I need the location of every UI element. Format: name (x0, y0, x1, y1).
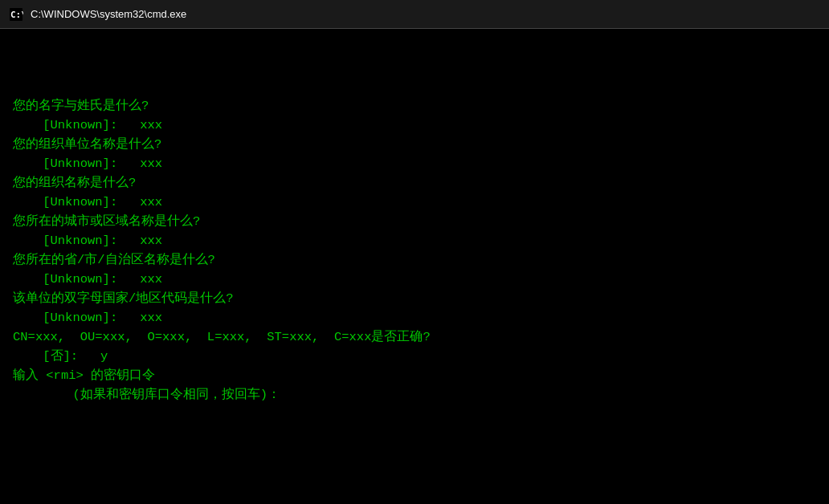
terminal-line: 输入 <rmi> 的密钥口令 (13, 366, 816, 385)
terminal-line: [Unknown]: xxx (13, 308, 816, 327)
terminal-line: 您的组织名称是什么? (13, 173, 816, 193)
cmd-window: C:\ C:\WINDOWS\system32\cmd.exe 您的名字与姓氏是… (0, 0, 829, 504)
terminal-line: [Unknown]: xxx (13, 116, 816, 135)
title-bar: C:\ C:\WINDOWS\system32\cmd.exe (0, 0, 829, 29)
cmd-icon: C:\ (8, 6, 24, 22)
svg-text:C:\: C:\ (10, 10, 23, 20)
terminal-body[interactable]: 您的名字与姓氏是什么? [Unknown]: xxx您的组织单位名称是什么? [… (0, 29, 829, 504)
terminal-line: [Unknown]: xxx (13, 270, 816, 289)
terminal-line: [否]: y (13, 347, 816, 366)
terminal-line: (如果和密钥库口令相同，按回车)： (13, 385, 816, 404)
terminal-line: 您所在的城市或区域名称是什么? (13, 212, 816, 231)
terminal-line: [Unknown]: xxx (13, 193, 816, 212)
terminal-line: 您所在的省/市/自治区名称是什么? (13, 250, 816, 270)
terminal-line: [Unknown]: xxx (13, 231, 816, 250)
terminal-line: [Unknown]: xxx (13, 154, 816, 173)
terminal-line: CN=xxx, OU=xxx, O=xxx, L=xxx, ST=xxx, C=… (13, 327, 816, 347)
terminal-line: 您的名字与姓氏是什么? (13, 96, 816, 116)
terminal-line: 该单位的双字母国家/地区代码是什么? (13, 289, 816, 308)
terminal-output: 您的名字与姓氏是什么? [Unknown]: xxx您的组织单位名称是什么? [… (13, 39, 816, 404)
terminal-line: 您的组织单位名称是什么? (13, 135, 816, 154)
window-title: C:\WINDOWS\system32\cmd.exe (31, 8, 186, 20)
